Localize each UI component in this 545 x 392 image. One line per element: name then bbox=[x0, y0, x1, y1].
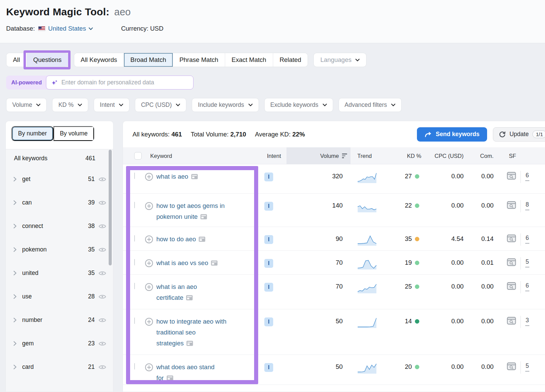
add-keyword-icon[interactable] bbox=[145, 363, 153, 372]
keyword-link[interactable]: what is an aeo certificate bbox=[156, 281, 197, 303]
eye-icon[interactable] bbox=[98, 317, 106, 323]
eye-toggle[interactable] bbox=[98, 224, 106, 229]
update-button[interactable]: Update 1/1 bbox=[493, 127, 545, 142]
row-checkbox[interactable] bbox=[134, 173, 135, 179]
serp-card-icon[interactable] bbox=[191, 174, 198, 179]
column-header-volume[interactable]: Volume bbox=[286, 147, 351, 164]
sidebar-item-gem[interactable]: gem23 bbox=[6, 332, 113, 355]
domain-input[interactable] bbox=[61, 79, 188, 86]
keyword-link[interactable]: what is aeo bbox=[156, 171, 198, 182]
row-checkbox[interactable] bbox=[134, 235, 135, 242]
row-checkbox[interactable] bbox=[134, 283, 135, 289]
sidebar-item-all-keywords[interactable]: All keywords 461 bbox=[6, 149, 113, 167]
tab-questions[interactable]: Questions bbox=[27, 53, 68, 67]
sf-count-link[interactable]: 3 bbox=[525, 317, 529, 326]
sf-count-link[interactable]: 5 bbox=[525, 258, 529, 267]
add-keyword-icon[interactable] bbox=[145, 235, 153, 244]
sidebar-item-number[interactable]: number24 bbox=[6, 308, 113, 332]
serp-card-icon[interactable] bbox=[167, 375, 173, 381]
intent-badge-informational[interactable]: I bbox=[264, 317, 273, 326]
keyword-link[interactable]: how to do aeo bbox=[156, 234, 205, 245]
eye-icon[interactable] bbox=[98, 247, 106, 252]
intent-badge-informational[interactable]: I bbox=[264, 363, 273, 372]
eye-toggle[interactable] bbox=[98, 364, 106, 370]
row-checkbox[interactable] bbox=[134, 363, 135, 370]
sidebar-item-pokemon[interactable]: pokemon35 bbox=[6, 238, 113, 261]
add-keyword-icon[interactable] bbox=[145, 202, 153, 210]
sidebar-scrollbar[interactable] bbox=[109, 150, 112, 265]
add-keyword-icon[interactable] bbox=[145, 259, 153, 267]
serp-preview-icon[interactable] bbox=[507, 172, 516, 180]
column-header-kd[interactable]: KD % bbox=[392, 147, 426, 164]
keyword-link[interactable]: what is aeo vs seo bbox=[156, 258, 218, 268]
sf-count-link[interactable]: 6 bbox=[525, 172, 529, 181]
serp-card-icon[interactable] bbox=[199, 236, 205, 242]
filter-include-keywords[interactable]: Include keywords bbox=[192, 98, 259, 112]
eye-toggle[interactable] bbox=[98, 271, 106, 276]
column-header-com[interactable]: Com. bbox=[467, 147, 498, 164]
tab-broad-match[interactable]: Broad Match bbox=[124, 53, 173, 67]
select-all-checkbox[interactable] bbox=[134, 152, 142, 160]
filter-intent[interactable]: Intent bbox=[94, 98, 129, 112]
row-checkbox[interactable] bbox=[134, 317, 135, 324]
row-checkbox[interactable] bbox=[134, 259, 135, 265]
keyword-link[interactable]: what does aeo stand for bbox=[156, 362, 215, 383]
intent-badge-informational[interactable]: I bbox=[264, 173, 273, 181]
serp-card-icon[interactable] bbox=[211, 260, 218, 266]
sidebar-item-united[interactable]: united35 bbox=[6, 261, 113, 285]
filter-advanced-filters[interactable]: Advanced filters bbox=[339, 98, 402, 112]
serp-card-icon[interactable] bbox=[186, 295, 193, 300]
add-keyword-icon[interactable] bbox=[145, 317, 153, 326]
send-keywords-button[interactable]: Send keywords bbox=[417, 127, 487, 142]
sidebar-item-use[interactable]: use28 bbox=[6, 285, 113, 308]
intent-badge-informational[interactable]: I bbox=[264, 235, 273, 244]
add-keyword-icon[interactable] bbox=[145, 173, 153, 181]
eye-toggle[interactable] bbox=[98, 177, 106, 182]
eye-icon[interactable] bbox=[98, 177, 106, 182]
column-header-keyword[interactable]: Keyword bbox=[145, 147, 257, 164]
eye-toggle[interactable] bbox=[98, 341, 106, 346]
intent-badge-informational[interactable]: I bbox=[264, 202, 273, 211]
eye-icon[interactable] bbox=[98, 200, 106, 206]
serp-preview-icon[interactable] bbox=[507, 317, 516, 325]
sidebar-item-get[interactable]: get51 bbox=[6, 167, 113, 191]
eye-toggle[interactable] bbox=[98, 294, 106, 299]
sf-count-link[interactable]: 6 bbox=[525, 282, 529, 291]
column-header-sf[interactable]: SF bbox=[498, 147, 545, 164]
eye-icon[interactable] bbox=[98, 294, 106, 299]
keyword-link[interactable]: how to get aeos gems in pokemon unite bbox=[156, 200, 225, 222]
sf-count-link[interactable]: 5 bbox=[525, 362, 529, 372]
intent-badge-informational[interactable]: I bbox=[264, 283, 273, 292]
filter-kd-[interactable]: KD % bbox=[52, 98, 88, 112]
column-header-cpc[interactable]: CPC (USD) bbox=[426, 147, 467, 164]
eye-toggle[interactable] bbox=[98, 200, 106, 206]
sf-count-link[interactable]: 6 bbox=[525, 234, 529, 244]
serp-preview-icon[interactable] bbox=[507, 282, 516, 290]
column-header-trend[interactable]: Trend bbox=[351, 147, 392, 164]
row-checkbox[interactable] bbox=[134, 202, 135, 208]
sf-count-link[interactable]: 8 bbox=[525, 201, 529, 210]
serp-preview-icon[interactable] bbox=[507, 362, 516, 370]
serp-card-icon[interactable] bbox=[186, 341, 193, 346]
tab-all[interactable]: All bbox=[6, 53, 27, 67]
eye-toggle[interactable] bbox=[98, 317, 106, 323]
filter-cpc-usd-[interactable]: CPC (USD) bbox=[135, 98, 186, 112]
serp-preview-icon[interactable] bbox=[507, 201, 516, 209]
tab-related[interactable]: Related bbox=[273, 53, 308, 67]
add-keyword-icon[interactable] bbox=[145, 283, 153, 291]
filter-volume[interactable]: Volume bbox=[6, 98, 47, 112]
filter-exclude-keywords[interactable]: Exclude keywords bbox=[264, 98, 333, 112]
eye-toggle[interactable] bbox=[98, 247, 106, 252]
sidebar-item-connect[interactable]: connect38 bbox=[6, 214, 113, 238]
toggle-by-number[interactable]: By number bbox=[12, 126, 53, 141]
serp-preview-icon[interactable] bbox=[507, 234, 516, 242]
serp-preview-icon[interactable] bbox=[507, 258, 516, 266]
sidebar-item-can[interactable]: can39 bbox=[6, 191, 113, 214]
eye-icon[interactable] bbox=[98, 271, 106, 276]
column-header-intent[interactable]: Intent bbox=[257, 147, 286, 164]
eye-icon[interactable] bbox=[98, 341, 106, 346]
intent-badge-informational[interactable]: I bbox=[264, 259, 273, 268]
serp-card-icon[interactable] bbox=[200, 214, 207, 219]
eye-icon[interactable] bbox=[98, 364, 106, 370]
database-selector[interactable]: United States bbox=[38, 25, 93, 32]
